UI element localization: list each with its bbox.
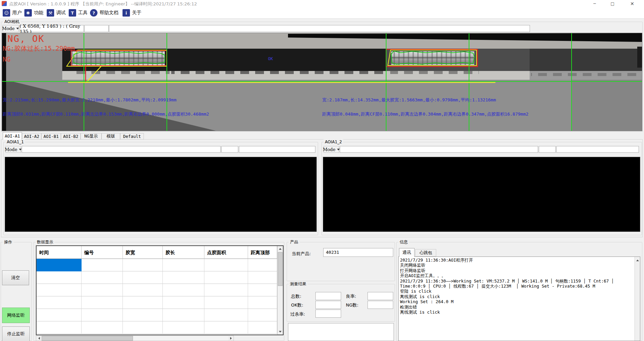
table-vertical-scrollbar[interactable] xyxy=(277,246,283,335)
column-header-width[interactable]: 胶宽 xyxy=(123,246,163,259)
tab-aoi-a2[interactable]: AOI-A2 xyxy=(22,133,41,140)
column-header-id[interactable]: 编号 xyxy=(82,246,123,259)
aoia1-1-field-1[interactable] xyxy=(22,146,221,153)
stop-listen-button[interactable]: 停止监听 xyxy=(2,326,30,341)
scrollbar-thumb[interactable] xyxy=(278,252,283,286)
table-cell[interactable] xyxy=(163,259,204,271)
ok-count-field[interactable] xyxy=(315,301,341,309)
toolbar-item-function[interactable]: ✱ 功能 xyxy=(24,9,43,17)
tab-comms[interactable]: 通讯 xyxy=(399,248,415,257)
table-cell[interactable] xyxy=(123,271,163,284)
scrollbar-thumb[interactable] xyxy=(42,336,133,341)
clear-button[interactable]: 清空 xyxy=(2,270,29,285)
camera-image-view[interactable]: NG, OK NG:胶体过长:15.290mm, NG OK 宽:2.215mm… xyxy=(2,33,642,131)
tab-aoi-b1[interactable]: AOI-B1 xyxy=(41,133,61,140)
product-notes-box[interactable] xyxy=(288,323,394,341)
tab-default[interactable]: Default xyxy=(120,133,144,140)
table-horizontal-scrollbar[interactable] xyxy=(36,336,234,341)
scroll-up-button[interactable] xyxy=(635,258,640,263)
table-cell[interactable] xyxy=(37,321,82,334)
table-cell[interactable] xyxy=(248,271,277,284)
toolbar-item-debug[interactable]: ⚒ 调试 xyxy=(47,9,66,17)
inspection-result-text: NG, OK xyxy=(7,33,45,44)
table-cell[interactable] xyxy=(204,309,248,321)
table-cell[interactable] xyxy=(248,259,277,271)
minimize-button[interactable]: ─ xyxy=(586,0,603,7)
table-cell[interactable] xyxy=(163,296,204,309)
table-cell[interactable] xyxy=(37,284,82,296)
table-cell[interactable] xyxy=(37,271,82,284)
aoia1-2-video-panel[interactable] xyxy=(323,157,640,232)
table-cell[interactable] xyxy=(82,296,123,309)
log-vertical-scrollbar[interactable] xyxy=(635,257,640,341)
log-line: 离线测试 is click xyxy=(400,310,639,315)
selected-cell[interactable] xyxy=(37,259,82,271)
table-cell[interactable] xyxy=(248,309,277,321)
scroll-up-icon xyxy=(279,248,282,250)
yield-field[interactable] xyxy=(368,292,393,300)
current-product-field[interactable]: 40231 xyxy=(323,248,393,257)
table-cell[interactable] xyxy=(204,321,248,334)
table-cell[interactable] xyxy=(82,309,123,321)
table-cell[interactable] xyxy=(204,284,248,296)
column-header-length[interactable]: 胶长 xyxy=(163,246,204,259)
table-cell[interactable] xyxy=(163,271,204,284)
total-field[interactable] xyxy=(315,292,341,300)
table-cell[interactable] xyxy=(163,321,204,334)
scroll-up-button[interactable] xyxy=(277,246,283,252)
aoia1-1-field-3[interactable] xyxy=(239,146,315,153)
table-cell[interactable] xyxy=(37,309,82,321)
table-cell[interactable] xyxy=(37,296,82,309)
table-cell[interactable] xyxy=(123,284,163,296)
scroll-left-button[interactable] xyxy=(36,336,42,341)
toolbar-item-help[interactable]: ? 帮助文档 xyxy=(90,9,118,17)
table-cell[interactable] xyxy=(204,296,248,309)
scroll-down-button[interactable] xyxy=(277,329,283,335)
ng-count-field[interactable] xyxy=(368,301,393,309)
aoia1-2-field-1[interactable] xyxy=(340,146,538,153)
table-cell[interactable] xyxy=(123,296,163,309)
aoia1-1-video-panel[interactable] xyxy=(5,157,317,232)
camera-field-2[interactable] xyxy=(84,25,109,32)
coordinate-readout-field[interactable]: ( X 6568, Y 1463 ) : ( Gray 135 ) xyxy=(19,25,84,32)
aoia1-2-field-3[interactable] xyxy=(556,146,639,153)
table-cell[interactable] xyxy=(248,321,277,334)
toolbar-item-about[interactable]: i 关于 xyxy=(123,9,141,17)
table-cell[interactable] xyxy=(82,321,123,334)
camera-mode-dropdown[interactable]: Mode xyxy=(2,25,19,32)
scroll-right-button[interactable] xyxy=(228,336,234,341)
column-header-top-distance[interactable]: 距离顶部 xyxy=(248,246,277,259)
table-cell[interactable] xyxy=(248,296,277,309)
aoia1-1-mode-dropdown[interactable]: Mode xyxy=(5,146,21,153)
table-cell[interactable] xyxy=(82,271,123,284)
tab-ng-display[interactable]: NG显示 xyxy=(81,133,102,140)
table-cell[interactable] xyxy=(123,259,163,271)
table-cell[interactable] xyxy=(123,309,163,321)
tab-aoi-b2[interactable]: AOI-B2 xyxy=(61,133,81,140)
column-header-time[interactable]: 时间 xyxy=(37,246,82,259)
tab-aoi-a1[interactable]: AOI-A1 xyxy=(3,132,22,140)
table-cell[interactable] xyxy=(163,309,204,321)
table-cell[interactable] xyxy=(123,321,163,334)
aoia1-1-field-2[interactable] xyxy=(221,146,238,153)
tab-heartbeat[interactable]: 心跳包 xyxy=(415,249,436,257)
maximize-button[interactable]: □ xyxy=(604,0,621,7)
table-cell[interactable] xyxy=(248,284,277,296)
aoia1-2-mode-dropdown[interactable]: Mode xyxy=(324,146,339,153)
network-listen-button[interactable]: 网络监听 xyxy=(2,308,30,323)
table-cell[interactable] xyxy=(204,271,248,284)
toolbar-label: 帮助文档 xyxy=(99,10,118,16)
aoia1-2-field-2[interactable] xyxy=(539,146,556,153)
comms-log[interactable]: 2021/7/29 11:36:30:AOI程序打开 关闭网络监听 打开网络监听… xyxy=(398,257,640,341)
table-cell[interactable] xyxy=(82,284,123,296)
table-cell[interactable] xyxy=(82,259,123,271)
toolbar-item-user[interactable]: ☺ 用户 xyxy=(3,9,22,17)
close-button[interactable]: ✕ xyxy=(624,0,641,7)
table-cell[interactable] xyxy=(163,284,204,296)
column-header-area[interactable]: 点胶面积 xyxy=(204,246,248,259)
toolbar-item-tools[interactable]: T 工具 xyxy=(69,9,88,17)
table-cell[interactable] xyxy=(204,259,248,271)
overkill-field[interactable] xyxy=(315,310,341,318)
tab-template[interactable]: 模版 xyxy=(102,133,120,140)
camera-field-3[interactable] xyxy=(109,25,530,32)
